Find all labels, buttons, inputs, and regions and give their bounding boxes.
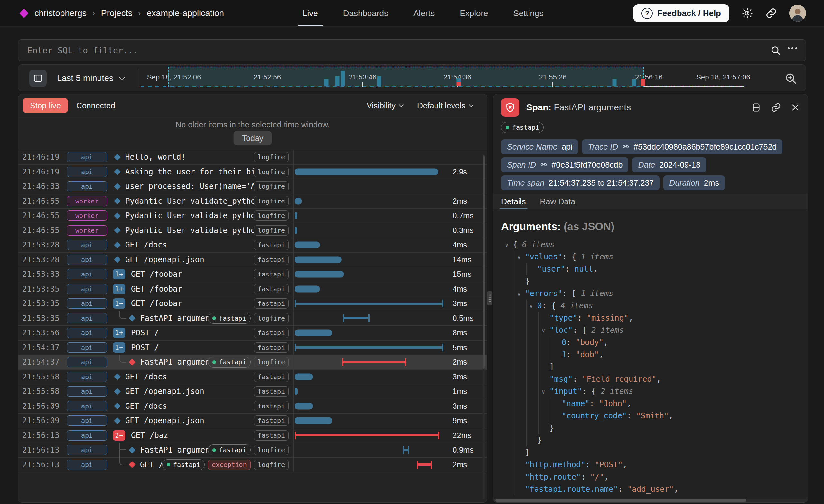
- nav-tab-live[interactable]: Live: [303, 0, 318, 26]
- json-line[interactable]: ∨0: { 4 items: [501, 300, 804, 312]
- link-icon[interactable]: [540, 161, 547, 168]
- json-line[interactable]: ∨"loc": [ 2 items: [501, 324, 804, 336]
- visibility-dropdown[interactable]: Visibility: [367, 101, 404, 110]
- collapse-chevron-icon[interactable]: ∨: [517, 251, 520, 263]
- collapse-chevron-icon[interactable]: ∨: [542, 386, 545, 398]
- close-icon[interactable]: [791, 103, 800, 112]
- collapse-chevron-icon[interactable]: ∨: [517, 288, 520, 300]
- tag-pill-api[interactable]: api: [67, 357, 107, 367]
- json-line[interactable]: "name": "John",: [501, 397, 804, 410]
- log-row[interactable]: 21:54:37apiFastAPI argumentsfastapilogfi…: [18, 355, 487, 370]
- expand-badge[interactable]: 1+: [113, 328, 125, 338]
- user-avatar[interactable]: [789, 5, 806, 21]
- tag-pill-api[interactable]: api: [67, 240, 107, 250]
- json-line[interactable]: }: [501, 422, 804, 434]
- time-range-dropdown[interactable]: Last 5 minutes: [57, 65, 125, 92]
- json-line[interactable]: 1: "dob",: [501, 348, 804, 361]
- tag-pill-worker[interactable]: worker: [67, 196, 107, 206]
- log-row[interactable]: 21:53:35api1+GET /foobarfastapi4ms: [18, 282, 487, 297]
- breadcrumb-account[interactable]: christophergs: [34, 8, 87, 18]
- tag-pill-api[interactable]: api: [67, 313, 107, 323]
- tag-pill-api[interactable]: api: [67, 415, 107, 426]
- json-line[interactable]: "msg": "Field required",: [501, 373, 804, 385]
- log-row[interactable]: 21:56:09apiGET /docsfastapi3ms: [18, 399, 487, 414]
- tag-pill-api[interactable]: api: [67, 328, 107, 338]
- tag-pill-api[interactable]: api: [67, 372, 107, 382]
- tag-pill-api[interactable]: api: [67, 167, 107, 177]
- json-line[interactable]: "user": null,: [501, 263, 804, 275]
- log-row[interactable]: 21:46:55workerPydantic User validate_pyt…: [18, 223, 487, 238]
- json-line[interactable]: ∨"errors": [ 1 items: [501, 287, 804, 300]
- zoom-in-icon[interactable]: [783, 72, 799, 85]
- log-row[interactable]: 21:56:09apiGET /openapi.jsonfastapi9ms: [18, 414, 487, 428]
- log-row[interactable]: 21:53:33api1+GET /foobarfastapi15ms: [18, 267, 487, 282]
- log-row[interactable]: 21:46:55workerPydantic User validate_pyt…: [18, 209, 487, 223]
- tag-pill-api[interactable]: api: [67, 430, 107, 440]
- nav-tab-explore[interactable]: Explore: [459, 0, 488, 26]
- json-line[interactable]: "http.method": "POST",: [501, 459, 804, 471]
- tag-pill-api[interactable]: api: [67, 445, 107, 455]
- json-line[interactable]: "fastapi.route.name": "add_user",: [501, 483, 804, 495]
- log-row[interactable]: 21:55:58apiGET /docsfastapi3ms: [18, 370, 487, 385]
- search-icon[interactable]: [770, 45, 781, 56]
- log-row[interactable]: 21:53:56api1+POST /fastapi8ms: [18, 326, 487, 340]
- nav-tab-settings[interactable]: Settings: [513, 0, 544, 26]
- json-line[interactable]: }: [501, 275, 804, 287]
- log-row[interactable]: 21:55:58apiGET /openapi.jsonfastapi1ms: [18, 384, 487, 399]
- json-line[interactable]: ]: [501, 446, 804, 459]
- expand-badge[interactable]: 1+: [113, 269, 125, 279]
- json-line[interactable]: "http.route": "/",: [501, 471, 804, 483]
- copy-link-icon[interactable]: [771, 102, 781, 113]
- log-row[interactable]: 21:46:19apiHello, world!logfire: [18, 150, 487, 165]
- tag-pill-api[interactable]: api: [67, 298, 107, 309]
- stop-live-button[interactable]: Stop live: [23, 98, 68, 113]
- breadcrumb-project[interactable]: example-application: [147, 8, 224, 18]
- log-row[interactable]: 21:53:35apiFastAPI argumentsfastapilogfi…: [18, 311, 487, 326]
- nav-tab-alerts[interactable]: Alerts: [413, 0, 434, 26]
- json-line[interactable]: ]: [501, 361, 804, 373]
- log-row[interactable]: 21:46:33apiuser processed: User(name='An…: [18, 179, 487, 194]
- expand-badge[interactable]: 2−: [113, 430, 125, 440]
- timeline-selection[interactable]: [168, 67, 644, 87]
- collapse-chevron-icon[interactable]: ∨: [529, 300, 533, 312]
- tag-pill-worker[interactable]: worker: [67, 210, 107, 221]
- panel-resize-handle[interactable]: [487, 291, 493, 305]
- theme-toggle-icon[interactable]: [742, 7, 753, 19]
- more-options-icon[interactable]: [788, 47, 797, 49]
- json-line[interactable]: ∨"values": { 1 items: [501, 251, 804, 263]
- tag-pill-api[interactable]: api: [67, 255, 107, 265]
- link-icon[interactable]: [622, 143, 629, 150]
- collapse-chevron-icon[interactable]: ∨: [542, 324, 545, 337]
- log-row[interactable]: 21:53:28apiGET /openapi.jsonfastapi14ms: [18, 253, 487, 268]
- json-line[interactable]: 0: "body",: [501, 336, 804, 348]
- expand-badge[interactable]: 1−: [113, 342, 125, 353]
- tag-pill-api[interactable]: api: [67, 152, 107, 162]
- nav-tab-dashboards[interactable]: Dashboards: [343, 0, 388, 26]
- json-line[interactable]: ∨{ 6 items: [501, 238, 804, 251]
- json-line[interactable]: "type": "missing",: [501, 312, 804, 324]
- json-line[interactable]: }: [501, 434, 804, 446]
- sql-filter-input[interactable]: [27, 39, 762, 62]
- json-line[interactable]: "country_code": "Smith",: [501, 410, 804, 422]
- log-row[interactable]: 21:56:13api2−GET /bazfastapi22ms: [18, 428, 487, 443]
- scrollbar-thumb[interactable]: [495, 499, 746, 502]
- today-button[interactable]: Today: [234, 131, 272, 145]
- tag-pill-api[interactable]: api: [67, 342, 107, 353]
- breadcrumb-projects[interactable]: Projects: [101, 8, 133, 18]
- collapse-chevron-icon[interactable]: ∨: [505, 239, 508, 251]
- expand-badge[interactable]: 1+: [113, 284, 125, 294]
- log-row[interactable]: 21:56:13apiGET /baz (fofastapiexceptionl…: [18, 458, 487, 473]
- log-row[interactable]: 21:56:13apiFastAPI argumentsfastapilogfi…: [18, 443, 487, 458]
- detail-tab-details[interactable]: Details: [501, 194, 526, 209]
- log-row[interactable]: 21:54:37api1−POST /fastapi5ms: [18, 340, 487, 355]
- log-row[interactable]: 21:46:55workerPydantic User validate_pyt…: [18, 194, 487, 209]
- tag-pill-api[interactable]: api: [67, 386, 107, 397]
- tag-pill-api[interactable]: api: [67, 284, 107, 294]
- horizontal-scrollbar[interactable]: [494, 499, 808, 502]
- feedback-help-button[interactable]: ? Feedback / Help: [633, 4, 729, 22]
- json-line[interactable]: ∨"input": { 2 items: [501, 385, 804, 397]
- tag-pill-api[interactable]: api: [67, 269, 107, 279]
- vertical-scrollbar[interactable]: [483, 156, 485, 499]
- log-row[interactable]: 21:53:28apiGET /docsfastapi4ms: [18, 238, 487, 253]
- detail-tab-raw-data[interactable]: Raw Data: [540, 194, 575, 209]
